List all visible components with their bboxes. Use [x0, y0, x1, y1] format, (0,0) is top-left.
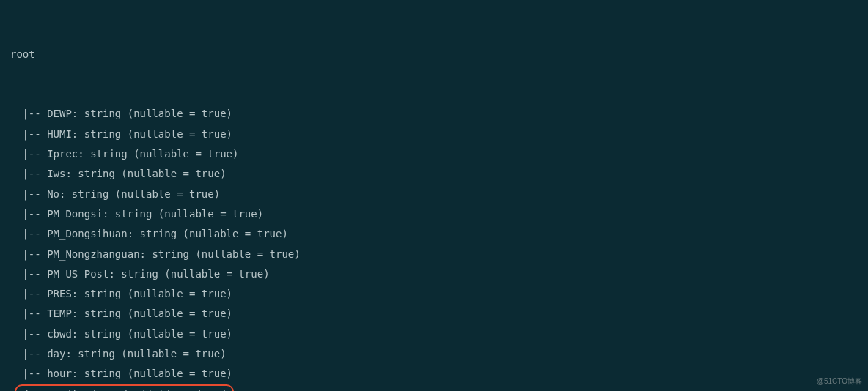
schema-field-line: |-- PM_US_Post: string (nullable = true)	[10, 264, 858, 284]
schema-field-line: |-- DEWP: string (nullable = true)	[10, 104, 858, 124]
schema-field-line: |-- hour: string (nullable = true)	[10, 364, 858, 384]
schema-field-highlighted: |-- month: long (nullable = true)	[15, 384, 234, 391]
schema-field-line: |-- TEMP: string (nullable = true)	[10, 304, 858, 324]
schema-output: root |-- DEWP: string (nullable = true) …	[10, 4, 858, 391]
schema-field-line: |-- day: string (nullable = true)	[10, 344, 858, 364]
schema-field-line: |-- No: string (nullable = true)	[10, 185, 858, 204]
schema-field-line: |-- Iws: string (nullable = true)	[10, 164, 858, 184]
schema-field-line: |-- cbwd: string (nullable = true)	[10, 324, 858, 344]
schema-root-label: root	[10, 45, 858, 64]
schema-fields-container: |-- DEWP: string (nullable = true) |-- H…	[10, 104, 858, 391]
schema-field-line: |-- PM_Dongsi: string (nullable = true)	[10, 204, 858, 224]
schema-field-line: |-- PM_Dongsihuan: string (nullable = tr…	[10, 224, 858, 244]
schema-field-line: |-- PRES: string (nullable = true)	[10, 284, 858, 304]
watermark: @51CTO博客	[817, 374, 862, 389]
schema-field-line: |-- Iprec: string (nullable = true)	[10, 144, 858, 164]
schema-field-line: |-- HUMI: string (nullable = true)	[10, 124, 858, 144]
schema-field-line: |-- PM_Nongzhanguan: string (nullable = …	[10, 245, 858, 264]
